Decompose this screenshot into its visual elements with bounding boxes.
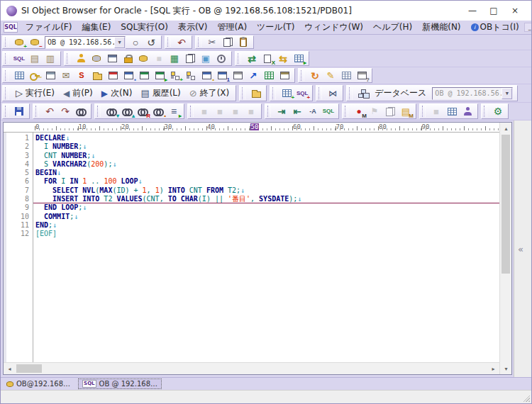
code-area[interactable]: DECLARE↓ I NUMBER;↓ CNT NUMBER;↓ S VARCH… bbox=[33, 133, 499, 362]
pen-button[interactable]: ✎ bbox=[323, 69, 338, 82]
sql-format-button[interactable]: SQL bbox=[321, 105, 336, 118]
mail-button[interactable]: ✉ bbox=[58, 69, 74, 82]
open-file-button[interactable] bbox=[248, 86, 264, 100]
commit-button[interactable]: ○ bbox=[128, 35, 143, 49]
scroll-up-arrow[interactable]: ▴ bbox=[500, 123, 512, 134]
columns-button[interactable] bbox=[338, 69, 354, 82]
vertical-scroll-thumb[interactable] bbox=[501, 135, 510, 274]
horizontal-scroll-thumb[interactable] bbox=[16, 364, 42, 373]
window-tab-1[interactable]: OB@192.168… bbox=[3, 378, 74, 389]
recycle-bin-button[interactable]: ▣ bbox=[198, 52, 214, 65]
find-timer-button[interactable]: • bbox=[150, 105, 166, 118]
table-button[interactable] bbox=[11, 69, 27, 82]
outdent-button[interactable]: ⇤ bbox=[289, 105, 305, 118]
form-red-button[interactable] bbox=[105, 69, 121, 82]
replace-button[interactable]: R bbox=[135, 105, 150, 118]
scroll-right-arrow[interactable]: ▸ bbox=[487, 363, 499, 374]
edit-disabled-1[interactable]: ■ bbox=[196, 105, 212, 118]
edit-disabled-3[interactable]: ■ bbox=[228, 105, 243, 118]
macro-record-button[interactable]: ●M bbox=[351, 105, 367, 118]
scroll-left-arrow[interactable]: ◂ bbox=[4, 363, 16, 374]
find-next-button[interactable]: ▾ bbox=[104, 105, 119, 118]
refresh-button[interactable]: ↻ bbox=[307, 69, 323, 82]
history-button[interactable]: ▤履歴(L) bbox=[136, 86, 184, 100]
result-grid-button[interactable] bbox=[444, 105, 460, 118]
macro-pages-button[interactable] bbox=[382, 105, 398, 118]
table-green-button[interactable] bbox=[261, 69, 277, 82]
new-table-button[interactable]: + bbox=[279, 86, 294, 100]
form-green2-button[interactable]: ▸ bbox=[152, 69, 167, 82]
macro-flag-button[interactable]: ⚑ bbox=[367, 105, 382, 118]
save-button[interactable] bbox=[11, 105, 27, 118]
vertical-scrollbar[interactable]: ▴ ▾ bbox=[499, 123, 511, 374]
uppercase-button[interactable]: -A bbox=[305, 105, 321, 118]
menu-new-features[interactable]: 新機能(N) bbox=[417, 21, 465, 33]
form-save-button[interactable] bbox=[277, 69, 292, 82]
menu-file[interactable]: ファイル(F) bbox=[21, 21, 77, 33]
scroll-down-arrow[interactable]: ▾ bbox=[500, 363, 512, 374]
session-button[interactable] bbox=[104, 52, 120, 65]
macro-save-button[interactable]: ▤M bbox=[398, 105, 414, 118]
window-tab-2[interactable]: SQLOB @ 192.168… bbox=[78, 378, 162, 389]
menu-sql-exec[interactable]: SQL実行(O) bbox=[116, 21, 173, 33]
tree-add-button[interactable]: + bbox=[167, 69, 183, 82]
timer-button[interactable] bbox=[214, 52, 229, 65]
menu-view[interactable]: 表示(V) bbox=[173, 21, 213, 33]
connection-combo[interactable]: OB @ 192.168.56.108:15▼ bbox=[45, 36, 126, 49]
redo-edit-button[interactable]: ↷ bbox=[57, 105, 73, 118]
form-lock-button[interactable]: • bbox=[199, 69, 214, 82]
memory-button[interactable]: ▦ bbox=[167, 52, 182, 65]
close-button[interactable]: × bbox=[504, 6, 526, 16]
database-combo[interactable]: OB @ 192.168.56.108:15▼ bbox=[432, 87, 513, 100]
package-button[interactable] bbox=[89, 69, 105, 82]
database-list-button[interactable] bbox=[89, 52, 104, 65]
excel-export-button[interactable]: X bbox=[260, 52, 275, 65]
new-sql-button[interactable]: SQL+ bbox=[294, 86, 310, 100]
data-transfer-button[interactable]: ⇆ bbox=[275, 52, 291, 65]
indent-button[interactable]: ⇥ bbox=[274, 105, 289, 118]
align-button[interactable]: ⋈ bbox=[325, 86, 340, 100]
collapse-panel-button[interactable]: « bbox=[518, 244, 523, 254]
horizontal-scrollbar[interactable]: ◂ ▸ bbox=[4, 362, 499, 374]
edit-disabled-4[interactable]: ■ bbox=[243, 105, 259, 118]
grep-button[interactable]: ≡▸ bbox=[166, 105, 182, 118]
rollback-button[interactable]: ↺ bbox=[143, 35, 159, 49]
help-panel-button[interactable]: ? bbox=[354, 69, 370, 82]
form-green-button[interactable] bbox=[136, 69, 152, 82]
mdi-minimize-button[interactable]: _ bbox=[524, 23, 532, 32]
script-edit-button[interactable]: ▥ bbox=[43, 52, 58, 65]
script-run-button[interactable]: ▤ bbox=[27, 52, 43, 65]
menu-window[interactable]: ウィンドウ(W) bbox=[299, 21, 368, 33]
lock-list-button[interactable] bbox=[120, 52, 135, 65]
sql-window-button[interactable]: SQL bbox=[11, 52, 27, 65]
connection-combo-dropdown-icon[interactable]: ▼ bbox=[114, 37, 125, 48]
undo-edit-button[interactable]: ↶ bbox=[42, 105, 57, 118]
shortcut-button[interactable]: ↗ bbox=[245, 69, 261, 82]
menu-edit[interactable]: 編集(E) bbox=[77, 21, 116, 33]
storage-button[interactable]: ■ bbox=[151, 52, 167, 65]
stop-button[interactable]: ⊘終了(X) bbox=[185, 86, 234, 100]
menu-tools[interactable]: ツール(T) bbox=[252, 21, 299, 33]
tablespace-button[interactable] bbox=[135, 52, 151, 65]
find-prev-button[interactable]: ▴ bbox=[119, 105, 135, 118]
edit-disabled-2[interactable]: ■ bbox=[212, 105, 228, 118]
view-button[interactable] bbox=[43, 69, 58, 82]
paste-button[interactable] bbox=[235, 35, 251, 49]
menu-help[interactable]: ヘルプ(H) bbox=[368, 21, 417, 33]
resize-grip[interactable] bbox=[522, 394, 530, 402]
find-button[interactable] bbox=[73, 105, 89, 118]
menu-admin[interactable]: 管理(A) bbox=[212, 21, 252, 33]
option-gear-button[interactable]: ⚙ bbox=[490, 105, 506, 118]
table-load-button[interactable]: ▸ bbox=[291, 52, 306, 65]
form-grey-button[interactable] bbox=[230, 69, 245, 82]
maximize-button[interactable]: □ bbox=[483, 6, 504, 16]
explain-plan-button[interactable] bbox=[355, 86, 371, 100]
tree-button[interactable] bbox=[183, 69, 199, 82]
connect-button[interactable]: + bbox=[11, 35, 27, 49]
database-combo-dropdown-icon[interactable]: ▼ bbox=[501, 88, 512, 99]
run-button[interactable]: ▷実行(E) bbox=[11, 86, 59, 100]
exec-disabled-button[interactable]: ■ bbox=[428, 105, 444, 118]
stamp-button[interactable]: S bbox=[74, 69, 89, 82]
undo-sql-button[interactable]: ↶ bbox=[174, 35, 189, 49]
key-button[interactable] bbox=[27, 69, 43, 82]
